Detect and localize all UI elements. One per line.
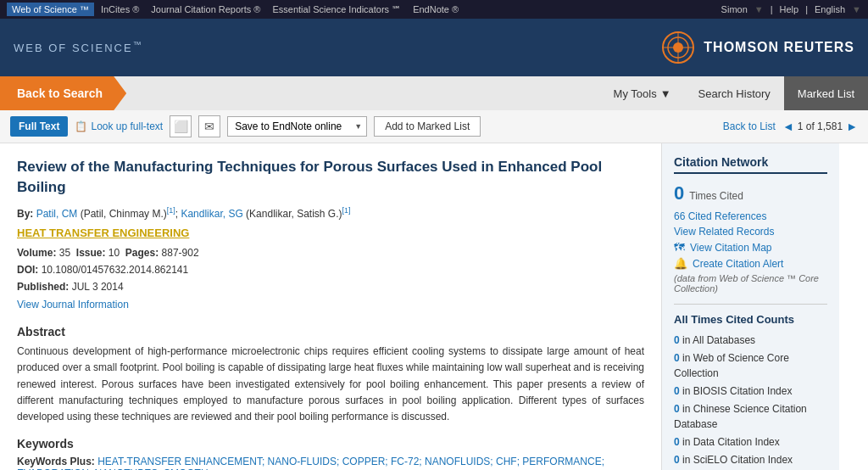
email-icon-button[interactable]: ✉ [198, 115, 220, 137]
by-label: By: [17, 208, 36, 220]
citation-map-label: View Citation Map [690, 242, 772, 254]
brand-trademark: ™ [133, 40, 142, 49]
all-times-cited-title: All Times Cited Counts [674, 313, 827, 326]
back-to-search-button[interactable]: Back to Search [0, 76, 126, 110]
data-source-note: (data from Web of Science ™ Core Collect… [674, 273, 827, 294]
create-alert-label: Create Citation Alert [693, 258, 783, 270]
keywords-section-title: Keywords [17, 437, 644, 450]
author-1-ref: [1] [167, 206, 175, 215]
page-total: 1,581 [817, 120, 843, 132]
author-1-link[interactable]: Patil, CM [36, 208, 78, 220]
keywords-plus-label: KeyWords Plus: [17, 456, 95, 467]
topnav-esi[interactable]: Essential Science Indicators ℠ [267, 3, 406, 17]
issue-label: Issue: [76, 247, 108, 259]
published-value: JUL 3 2014 [72, 281, 124, 293]
tr-text-label: THOMSON REUTERS [704, 40, 854, 55]
next-arrow[interactable]: ► [846, 120, 858, 133]
user-menu[interactable]: Simon [721, 4, 748, 14]
tr-circle-icon [661, 31, 695, 64]
issue-value: 10 [108, 247, 120, 259]
language-selector[interactable]: English [815, 4, 845, 14]
search-history-button[interactable]: Search History [685, 76, 784, 110]
bell-icon: 🔔 [674, 257, 687, 270]
page-info: 1 of 1,581 [798, 120, 843, 132]
author-2-ref: [1] [342, 206, 351, 215]
toolbar-right: Back to List ◄ 1 of 1,581 ► [723, 120, 858, 133]
sidebar-divider [674, 304, 827, 305]
lookup-label: Look up full-text [91, 120, 163, 132]
citation-map-icon: 🗺 [674, 241, 685, 254]
brand-bar: WEB OF SCIENCE™ THOMSON REUTERS [0, 19, 868, 76]
article-title: Review of the Manufacturing Techniques f… [17, 157, 644, 198]
back-to-list-link[interactable]: Back to List [723, 120, 776, 132]
marked-list-button[interactable]: Marked List [784, 76, 868, 110]
count-wos-core: 0 in Web of Science Core Collection [674, 350, 827, 381]
volume-value: 35 [59, 247, 70, 259]
search-nav-bar: Back to Search My Tools ▼ Search History… [0, 76, 868, 110]
times-cited-label: Times Cited [689, 190, 743, 202]
pages-value: 887-902 [162, 247, 199, 259]
count-all-databases: 0 in All Databases [674, 333, 827, 348]
full-text-button[interactable]: Full Text [10, 116, 68, 137]
toolbar-left: Full Text 📋 Look up full-text ⬜ ✉ Save t… [10, 115, 481, 137]
cited-ref-label: Cited References [688, 210, 767, 222]
topnav-incites[interactable]: InCites ® [96, 3, 144, 16]
topnav-endnote[interactable]: EndNote ® [408, 3, 464, 16]
prev-arrow[interactable]: ◄ [782, 120, 794, 133]
top-nav-right: Simon ▼ | Help | English ▼ [721, 4, 861, 14]
abstract-text: Continuous development of high-performan… [17, 344, 644, 425]
cited-ref-count: 66 [674, 210, 685, 222]
save-endnote-wrapper: Save to EndNote online [227, 116, 367, 137]
main-content: Review of the Manufacturing Techniques f… [0, 143, 868, 470]
article-meta: Volume: 35 Issue: 10 Pages: 887-902 DOI:… [17, 244, 644, 314]
lookup-fulltext-button[interactable]: 📋 Look up full-text [75, 120, 163, 132]
brand-logo: WEB OF SCIENCE™ [14, 41, 142, 53]
thomson-reuters-logo: THOMSON REUTERS [661, 31, 854, 64]
cited-references-link[interactable]: 66 Cited References [674, 210, 827, 222]
citation-sidebar: Citation Network 0 Times Cited 66 Cited … [661, 143, 839, 470]
pagination: ◄ 1 of 1,581 ► [782, 120, 858, 133]
view-journal-link[interactable]: View Journal Information [17, 299, 129, 311]
my-tools-button[interactable]: My Tools ▼ [600, 76, 685, 110]
journal-name[interactable]: HEAT TRANSFER ENGINEERING [17, 227, 644, 239]
page-current: 1 [798, 120, 804, 132]
count-scielo: 0 in SciELO Citation Index [674, 452, 827, 467]
search-bar-right: My Tools ▼ Search History Marked List [600, 76, 868, 110]
brand-web-label: WEB OF SCIENCE [14, 42, 133, 55]
count-biosis: 0 in BIOSIS Citation Index [674, 383, 827, 399]
published-label: Published: [17, 281, 72, 293]
lookup-book-icon: 📋 [75, 120, 87, 132]
count-data-citation: 0 in Data Citation Index [674, 434, 827, 450]
view-citation-map-link[interactable]: 🗺 View Citation Map [674, 241, 827, 254]
my-tools-label: My Tools [614, 87, 657, 100]
topnav-webofscience[interactable]: Web of Science ™ [7, 3, 94, 16]
view-related-link[interactable]: View Related Records [674, 226, 827, 238]
my-tools-arrow: ▼ [660, 87, 671, 100]
top-nav-left: Web of Science ™ InCites ® Journal Citat… [7, 3, 464, 17]
keywords-area: KeyWords Plus: HEAT-TRANSFER ENHANCEMENT… [17, 456, 644, 470]
top-navigation: Web of Science ™ InCites ® Journal Citat… [0, 0, 868, 19]
pages-label: Pages: [125, 247, 162, 259]
count-chinese-science: 0 in Chinese Science Citation Database [674, 401, 827, 432]
article-authors: By: Patil, CM (Patil, Chinmay M.)[1]; Ka… [17, 206, 644, 220]
add-to-marked-button[interactable]: Add to Marked List [374, 116, 481, 137]
author-2-link[interactable]: Kandlikar, SG [181, 208, 242, 220]
save-endnote-select[interactable]: Save to EndNote online [227, 116, 367, 137]
doi-value: 10.1080/01457632.2014.862141 [42, 264, 189, 276]
topnav-jcr[interactable]: Journal Citation Reports ® [146, 3, 265, 16]
citation-network-title: Citation Network [674, 155, 827, 174]
create-alert-link[interactable]: 🔔 Create Citation Alert [674, 257, 827, 270]
keywords-values: HEAT-TRANSFER ENHANCEMENT; NANO-FLUIDS; … [17, 456, 604, 470]
help-link[interactable]: Help [780, 4, 799, 14]
times-cited-count: 0 [674, 182, 684, 204]
abstract-section-title: Abstract [17, 325, 644, 339]
article-area: Review of the Manufacturing Techniques f… [0, 143, 661, 470]
volume-label: Volume: [17, 247, 59, 259]
copy-icon-button[interactable]: ⬜ [170, 115, 192, 137]
doi-label: DOI: [17, 264, 42, 276]
article-toolbar: Full Text 📋 Look up full-text ⬜ ✉ Save t… [0, 110, 868, 143]
